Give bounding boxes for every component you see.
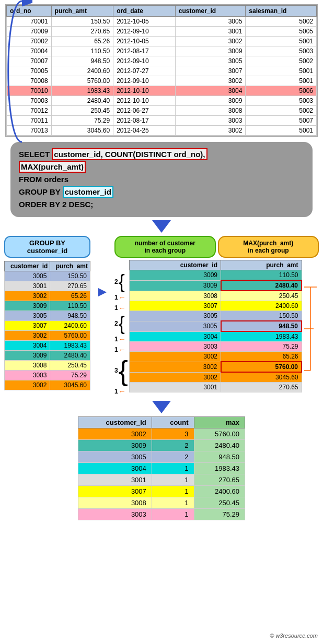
sql-line-1: SELECT customer_id, COUNT(DISTINCT ord_n… xyxy=(19,148,304,161)
bottom-cell-customer_id: 3001 xyxy=(78,474,152,486)
top-table-cell-salesman_id: 5005 xyxy=(246,27,317,37)
bubble-label-max: MAX(purch_amt)in each group xyxy=(218,236,319,258)
left-cell-purch_amt: 75.29 xyxy=(50,371,90,380)
bottom-table-row: 300411983.43 xyxy=(78,463,245,474)
middle-section: GROUP BY customer_id customer_id purch_a… xyxy=(4,236,319,398)
top-table-cell-customer_id: 3002 xyxy=(175,126,246,136)
bottom-table-row: 30052948.50 xyxy=(78,451,245,463)
bottom-table: customer_id count max 300235760.00300922… xyxy=(78,416,245,520)
left-table-row: 300265.26 xyxy=(5,291,90,301)
count-number: 1 xyxy=(114,346,118,353)
right-table-row: 300375.29 xyxy=(129,342,302,352)
right-table-row: 3005948.50 xyxy=(129,321,302,331)
left-cell-purch_amt: 110.50 xyxy=(50,301,90,311)
top-table-cell-customer_id: 3001 xyxy=(175,27,246,37)
right-cell-purch_amt: 2480.40 xyxy=(221,280,302,291)
left-col-customer-id: customer_id xyxy=(5,261,50,271)
left-cell-purch_amt: 65.26 xyxy=(50,291,90,301)
left-cell-purch_amt: 2480.40 xyxy=(50,351,90,361)
top-table-cell-customer_id: 3009 xyxy=(175,96,246,106)
bottom-cell-customer_id: 3002 xyxy=(78,428,152,440)
right-cell-customer_id: 3005 xyxy=(129,321,221,331)
count-labels: 2{1←1←2{1←1←3{1← xyxy=(114,271,128,397)
top-table-cell-ord_date: 2012-04-25 xyxy=(113,126,176,136)
count-group-item: 1← xyxy=(114,303,128,313)
right-table-row: 30072400.60 xyxy=(129,301,302,311)
right-table-wrapper: 2{1←1←2{1←1←3{1← customer_id purch_amt 3… xyxy=(114,260,319,398)
top-table-cell-ord_date: 2012-10-10 xyxy=(113,86,176,96)
top-table-cell-ord_no: 70013 xyxy=(7,126,52,136)
top-table-cell-salesman_id: 5001 xyxy=(246,76,317,86)
bottom-col-max: max xyxy=(194,417,245,428)
top-table-cell-ord_date: 2012-10-05 xyxy=(113,17,176,27)
bottom-table-row: 300712400.60 xyxy=(78,486,245,497)
top-table-cell-purch_amt: 2480.40 xyxy=(51,96,113,106)
top-table-cell-purch_amt: 948.50 xyxy=(51,56,113,66)
col-purch-amt: purch_amt xyxy=(51,6,113,17)
bottom-cell-customer_id: 3004 xyxy=(78,463,152,474)
left-cell-customer_id: 3007 xyxy=(5,321,50,331)
left-table-row: 3009110.50 xyxy=(5,301,90,311)
left-part: GROUP BY customer_id customer_id purch_a… xyxy=(4,236,90,390)
top-table-cell-purch_amt: 65.26 xyxy=(51,37,113,46)
left-table: customer_id purch_amt 3005150.503001270.… xyxy=(4,261,90,390)
top-table-cell-ord_date: 2012-10-05 xyxy=(113,37,176,46)
right-table-row: 30023045.60 xyxy=(129,372,302,383)
right-col-purch-amt: purch_amt xyxy=(221,260,302,270)
top-table-cell-customer_id: 3002 xyxy=(175,37,246,46)
bottom-table-row: 300235760.00 xyxy=(78,428,245,440)
top-table-cell-ord_date: 2012-09-10 xyxy=(113,27,176,37)
count-number: 3 xyxy=(114,367,118,374)
top-table-cell-ord_no: 70009 xyxy=(7,27,52,37)
right-table-row: 300265.26 xyxy=(129,352,302,362)
right-cell-purch_amt: 65.26 xyxy=(221,352,302,362)
left-table-row: 30025760.00 xyxy=(5,331,90,341)
right-cell-customer_id: 3009 xyxy=(129,270,221,281)
right-cell-purch_amt: 75.29 xyxy=(221,342,302,352)
count-number: 2 xyxy=(114,320,118,327)
down-arrow-2 xyxy=(0,401,323,413)
left-cell-customer_id: 3002 xyxy=(5,291,50,301)
bottom-table-row: 30081250.45 xyxy=(78,497,245,509)
top-table-cell-ord_no: 70001 xyxy=(7,17,52,27)
top-table-cell-customer_id: 3005 xyxy=(175,56,246,66)
top-table-cell-ord_no: 70008 xyxy=(7,76,52,86)
count-group-item: 3{ xyxy=(114,355,128,386)
left-cell-customer_id: 3005 xyxy=(5,271,50,281)
top-table-cell-ord_date: 2012-09-10 xyxy=(113,76,176,86)
col-salesman-id: salesman_id xyxy=(246,6,317,17)
left-cell-purch_amt: 250.45 xyxy=(50,361,90,371)
left-cell-customer_id: 3009 xyxy=(5,351,50,361)
right-col-customer-id: customer_id xyxy=(129,260,221,270)
sql-max-highlight: MAX(purch_amt) xyxy=(19,161,86,173)
count-number: 1 xyxy=(114,294,118,301)
right-cell-customer_id: 3007 xyxy=(129,301,221,311)
count-number: 1 xyxy=(114,388,118,395)
top-table-cell-ord_no: 70012 xyxy=(7,106,52,116)
right-table-row: 30025760.00 xyxy=(129,362,302,372)
right-cell-purch_amt: 250.45 xyxy=(221,291,302,301)
top-table-cell-ord_no: 70011 xyxy=(7,116,52,126)
top-table-cell-ord_date: 2012-06-27 xyxy=(113,106,176,116)
count-number: 1 xyxy=(114,304,118,312)
bottom-cell-max: 270.65 xyxy=(194,474,245,486)
top-table-cell-salesman_id: 5002 xyxy=(246,56,317,66)
bottom-cell-count: 1 xyxy=(152,497,194,509)
right-cell-customer_id: 3008 xyxy=(129,291,221,301)
top-table-cell-salesman_id: 5001 xyxy=(246,126,317,136)
top-table-cell-purch_amt: 75.29 xyxy=(51,116,113,126)
right-cell-customer_id: 3002 xyxy=(129,352,221,362)
top-table-cell-customer_id: 3007 xyxy=(175,66,246,76)
left-cell-customer_id: 3002 xyxy=(5,380,50,390)
arrow-orange-left: ← xyxy=(119,387,126,396)
top-table-cell-ord_date: 2012-09-10 xyxy=(113,56,176,66)
bottom-table-row: 300922480.40 xyxy=(78,440,245,451)
bottom-cell-count: 2 xyxy=(152,451,194,463)
left-cell-customer_id: 3005 xyxy=(5,311,50,321)
sql-line-2: MAX(purch_amt) xyxy=(19,161,304,173)
top-table-cell-ord_date: 2012-08-17 xyxy=(113,116,176,126)
right-cell-purch_amt: 150.50 xyxy=(221,311,302,321)
bottom-table-row: 3003175.29 xyxy=(78,509,245,520)
sql-select-highlight: customer_id, COUNT(DISTINCT ord_no), xyxy=(52,148,207,160)
left-table-row: 300375.29 xyxy=(5,371,90,380)
